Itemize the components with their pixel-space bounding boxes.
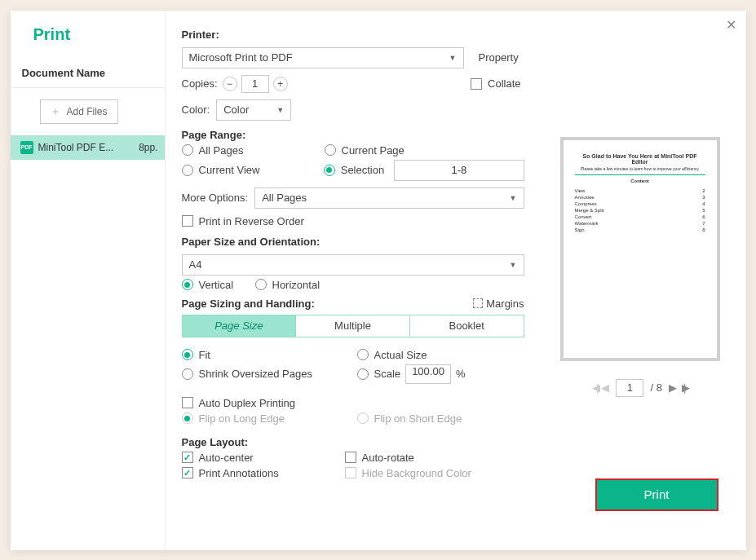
radio-flip-short-label: Flip on Short Edge [374,412,462,425]
copies-plus[interactable]: + [273,77,288,91]
left-panel: Print Document Name ＋ Add Files PDF Mini… [11,11,166,550]
pager-next-icon[interactable]: ▶ [669,381,677,394]
file-pages: 8pp. [139,142,157,153]
document-name-header: Document Name [11,59,165,88]
right-panel: So Glad to Have You Here at MiniTool PDF… [541,11,746,550]
paper-size-select[interactable]: A4 ▼ [182,254,524,276]
auto-rotate-checkbox[interactable] [345,452,356,463]
selection-input[interactable]: 1-8 [394,160,524,181]
preview-row: Merge & Split5 [575,208,705,213]
color-label: Color: [182,104,210,116]
radio-shrink-label: Shrink Oversized Pages [199,368,312,380]
pager-total: / 8 [650,381,661,394]
hide-bg-checkbox [345,467,356,478]
radio-flip-long [182,412,193,424]
scale-input[interactable]: 100.00 [405,364,451,384]
radio-shrink[interactable] [182,368,193,380]
paper-size-value: A4 [189,258,202,271]
caret-down-icon: ▼ [276,106,284,114]
copies-minus[interactable]: − [223,77,237,91]
radio-all-pages[interactable] [182,144,193,156]
duplex-label: Auto Duplex Printing [199,397,296,409]
radio-current-page-label: Current Page [342,144,405,157]
pager-first-icon[interactable]: ◀| [592,381,595,394]
radio-actual-label: Actual Size [374,349,427,361]
reverse-checkbox[interactable] [182,215,193,227]
pager-prev-icon[interactable]: ◀ [601,381,609,394]
printer-select[interactable]: Microsoft Print to PDF ▼ [182,47,464,68]
radio-selection[interactable] [324,165,335,176]
paper-label: Paper Size and Orientation: [182,236,524,248]
color-value: Color [223,104,249,116]
add-files-label: Add Files [66,106,107,117]
radio-scale[interactable] [357,368,369,380]
preview-title: So Glad to Have You Here at MiniTool PDF… [575,153,705,165]
close-icon[interactable]: ✕ [726,17,736,33]
preview-thumbnail: So Glad to Have You Here at MiniTool PDF… [560,137,720,361]
auto-rotate-label: Auto-rotate [362,452,414,464]
sizing-tabs: Page Size Multiple Booklet [182,315,524,337]
preview-row: Sign8 [575,227,705,232]
radio-fit[interactable] [182,349,193,360]
add-files-button[interactable]: ＋ Add Files [40,99,118,124]
print-button[interactable]: Print [597,480,717,509]
more-options-select[interactable]: All Pages ▼ [254,187,524,209]
layout-label: Page Layout: [182,436,524,448]
radio-fit-label: Fit [199,349,210,361]
preview-row: Convert6 [575,214,705,219]
more-options-label: More Options: [182,192,249,204]
radio-vertical-label: Vertical [199,279,234,291]
preview-row: Annotate3 [575,195,705,200]
reverse-label: Print in Reverse Order [199,215,304,227]
tab-page-size[interactable]: Page Size [183,315,297,337]
preview-row: View2 [575,188,705,193]
collate-checkbox[interactable] [471,78,482,90]
printer-label: Printer: [182,29,524,41]
tab-multiple[interactable]: Multiple [296,315,410,337]
auto-center-checkbox[interactable] [182,452,193,463]
more-options-value: All Pages [262,192,307,204]
radio-scale-label: Scale [374,368,401,380]
radio-selection-label: Selection [341,164,384,176]
preview-section: Content [575,179,705,183]
file-name: MiniTool PDF E... [38,142,114,153]
annotations-checkbox[interactable] [182,467,193,478]
highlight-box: Print [595,478,718,511]
radio-vertical[interactable] [182,279,193,290]
collate-label: Collate [488,77,520,90]
radio-actual-size[interactable] [357,349,369,360]
file-list-item[interactable]: PDF MiniTool PDF E... 8pp. [11,135,165,160]
center-panel: Printer: Microsoft Print to PDF ▼ Proper… [166,11,541,550]
caret-down-icon: ▼ [449,54,457,62]
property-link[interactable]: Property [479,51,519,64]
tab-booklet[interactable]: Booklet [410,315,524,337]
radio-horizontal-label: Horizontal [272,279,321,291]
radio-current-view-label: Current View [199,164,260,176]
caret-down-icon: ▼ [510,194,517,202]
duplex-checkbox[interactable] [182,397,193,408]
pager: ◀| ◀ 1 / 8 ▶ |▶ [592,379,687,397]
annotations-label: Print Annotations [199,467,279,479]
pager-last-icon[interactable]: |▶ [683,381,687,394]
caret-down-icon: ▼ [510,261,517,269]
radio-flip-short [357,412,369,424]
radio-all-label: All Pages [199,144,244,157]
copies-input[interactable]: 1 [241,75,269,93]
pdf-icon: PDF [20,141,33,154]
radio-current-view[interactable] [182,165,193,176]
percent-label: % [456,368,466,380]
preview-row: Watermark7 [575,221,705,226]
copies-label: Copies: [182,77,218,90]
margins-link[interactable]: Margins [486,298,524,310]
radio-flip-long-label: Flip on Long Edge [199,412,285,425]
radio-horizontal[interactable] [255,279,267,290]
plus-icon: ＋ [50,104,61,119]
color-select[interactable]: Color ▼ [216,99,291,121]
sizing-label: Page Sizing and Handling: [182,298,315,310]
pager-input[interactable]: 1 [616,379,643,397]
margins-icon [473,298,483,308]
page-range-label: Page Range: [182,129,524,141]
radio-current-page[interactable] [325,144,336,156]
hide-bg-label: Hide Background Color [362,467,471,479]
preview-sub: Please take a few minutes to learn how t… [575,166,705,171]
